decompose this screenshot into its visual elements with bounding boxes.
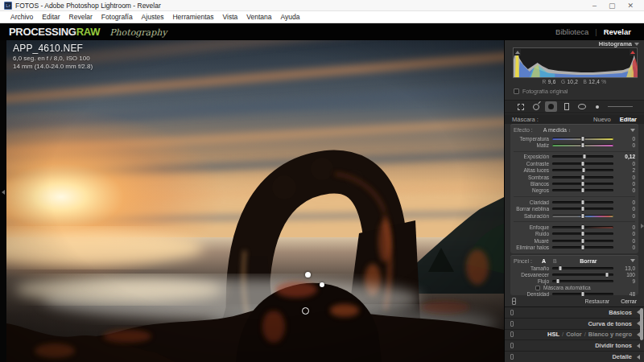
close-tool-button[interactable]: Cerrar xyxy=(621,298,637,304)
module-biblioteca[interactable]: Biblioteca xyxy=(555,27,588,36)
original-photo-checkbox[interactable] xyxy=(514,88,519,94)
histogram[interactable] xyxy=(513,47,638,78)
auto-mask-row[interactable]: Máscara automática xyxy=(514,285,635,290)
panel-header-dividir-tonos[interactable]: Dividir tonos xyxy=(505,340,644,352)
panel-header-detalle[interactable]: Detalle xyxy=(505,352,644,362)
radial-filter-button[interactable] xyxy=(576,101,588,112)
slider-track-altas-luces[interactable] xyxy=(552,169,613,171)
slider-track-claridad[interactable] xyxy=(552,201,613,204)
slider-thumb[interactable] xyxy=(581,213,585,219)
slider-thumb[interactable] xyxy=(581,200,585,205)
slider-thumb[interactable] xyxy=(581,161,585,167)
menu-herramientas[interactable]: Herramientas xyxy=(172,13,213,21)
brush-erase-button[interactable]: Borrar xyxy=(580,258,597,264)
slider-thumb[interactable] xyxy=(581,224,585,230)
slider-track-borrar-neblina[interactable] xyxy=(552,208,613,210)
panel-tab-blanco-y-negro[interactable]: Blanco y negro xyxy=(588,331,632,338)
slider-track-tamano[interactable] xyxy=(552,267,613,269)
spot-removal-button[interactable] xyxy=(530,101,542,112)
mask-edit-button[interactable]: Editar xyxy=(620,116,637,123)
highlight-clipping-indicator[interactable] xyxy=(630,49,636,56)
brush-a-button[interactable]: A xyxy=(542,258,546,264)
panel-switch-icon[interactable] xyxy=(512,298,516,305)
brush-b-button[interactable]: B xyxy=(553,258,557,264)
red-eye-button[interactable] xyxy=(545,101,557,112)
slider-thumb[interactable] xyxy=(558,265,562,271)
panel-header-basicos[interactable]: Básicos xyxy=(505,307,644,319)
menu-vista[interactable]: Vista xyxy=(223,13,238,21)
slider-track-eliminar-halos[interactable] xyxy=(552,246,613,249)
slider-thumb[interactable] xyxy=(581,206,585,212)
slider-thumb[interactable] xyxy=(581,245,585,250)
expand-triangle-icon[interactable] xyxy=(637,343,640,348)
menu-ajustes[interactable]: Ajustes xyxy=(142,13,164,21)
photo-canvas[interactable]: APP_4610.NEF 6,0 seg. en f / 8,0, ISO 10… xyxy=(6,40,504,362)
panel-flag-icon[interactable] xyxy=(630,129,635,132)
brush-pin[interactable] xyxy=(320,282,324,287)
panel-switch-icon[interactable] xyxy=(510,321,514,327)
slider-thumb[interactable] xyxy=(581,167,585,173)
panel-tab-hsl[interactable]: HSL xyxy=(547,331,559,338)
crop-tool-button[interactable] xyxy=(514,101,526,112)
slider-track-enfoque[interactable] xyxy=(552,226,613,228)
left-panel-collapse-strip[interactable] xyxy=(0,40,6,362)
panel-header-curva-de-tonos[interactable]: Curva de tonos xyxy=(505,319,644,330)
brush-pin[interactable] xyxy=(305,272,311,278)
histogram-header[interactable]: Histograma xyxy=(505,40,639,47)
panel-switch-icon[interactable] xyxy=(510,331,514,337)
slider-thumb[interactable] xyxy=(581,231,585,237)
minimize-button[interactable]: – xyxy=(592,1,597,10)
slider-track-sombras[interactable] xyxy=(552,176,613,179)
panel-switch-icon[interactable] xyxy=(510,343,514,348)
shadow-clipping-indicator[interactable] xyxy=(514,49,521,56)
panel-header-hsl-color-blanco-y-negro[interactable]: HSL/Color/Blanco y negro xyxy=(505,330,644,341)
graduated-filter-button[interactable] xyxy=(560,101,572,112)
slider-track-temperatura[interactable] xyxy=(552,138,613,140)
panel-switch-icon[interactable] xyxy=(510,310,514,315)
original-photo-toggle[interactable]: Fotografía original xyxy=(514,88,568,94)
slider-track-ruido[interactable] xyxy=(552,232,613,235)
menu-editar[interactable]: Editar xyxy=(42,13,60,21)
slider-thumb[interactable] xyxy=(581,181,585,187)
slider-thumb[interactable] xyxy=(555,278,559,284)
slider-track-densidad[interactable] xyxy=(552,293,613,295)
slider-track-exposicion[interactable] xyxy=(552,155,613,158)
collapse-right-arrow-icon[interactable] xyxy=(641,224,644,228)
brush-cursor-icon[interactable] xyxy=(302,307,309,315)
collapse-left-arrow-icon[interactable] xyxy=(2,190,5,195)
slider-track-muare[interactable] xyxy=(552,240,613,242)
mask-new-button[interactable]: Nuevo xyxy=(593,116,611,123)
slider-track-contraste[interactable] xyxy=(552,162,613,165)
slider-thumb[interactable] xyxy=(581,175,585,180)
menu-archivo[interactable]: Archivo xyxy=(10,13,33,21)
menu-ayuda[interactable]: Ayuda xyxy=(280,13,299,21)
slider-track-flujo[interactable] xyxy=(552,280,613,282)
slider-track-negros[interactable] xyxy=(552,189,613,191)
slider-track-desvanecer[interactable] xyxy=(552,274,613,276)
slider-thumb[interactable] xyxy=(581,187,585,193)
slider-track-matiz[interactable] xyxy=(552,144,613,146)
module-revelar[interactable]: Revelar xyxy=(604,27,631,36)
slider-thumb[interactable] xyxy=(583,154,587,159)
panel-scrollbar[interactable] xyxy=(640,308,643,340)
expand-triangle-icon[interactable] xyxy=(637,355,640,360)
auto-mask-checkbox[interactable] xyxy=(535,286,540,290)
slider-track-blancos[interactable] xyxy=(552,183,613,185)
menu-fotografia[interactable]: Fotografía xyxy=(101,13,133,21)
slider-label: Tamaño xyxy=(514,265,552,271)
panel-switch-icon[interactable] xyxy=(510,354,514,360)
slider-thumb[interactable] xyxy=(581,136,585,142)
maximize-button[interactable]: ▢ xyxy=(609,1,616,10)
menu-ventana[interactable]: Ventana xyxy=(246,13,271,21)
slider-thumb[interactable] xyxy=(581,142,585,148)
effect-preset-select[interactable]: A medida xyxy=(543,127,567,133)
panel-flag-icon[interactable] xyxy=(630,259,635,262)
close-button[interactable]: ✕ xyxy=(627,1,634,10)
slider-thumb[interactable] xyxy=(581,238,585,244)
slider-thumb[interactable] xyxy=(605,272,609,278)
slider-track-saturacion[interactable] xyxy=(552,215,613,217)
restore-button[interactable]: Restaurar xyxy=(584,298,609,304)
menu-revelar[interactable]: Revelar xyxy=(69,13,93,21)
panel-tab-color[interactable]: Color xyxy=(566,331,582,338)
adjustment-brush-button[interactable] xyxy=(591,101,603,112)
